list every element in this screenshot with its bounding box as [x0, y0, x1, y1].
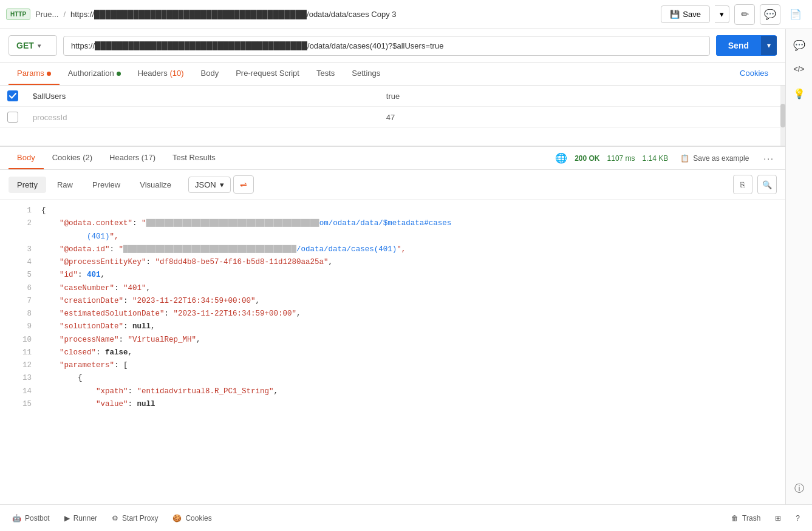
tab-params[interactable]: Params [9, 63, 60, 85]
request-name[interactable]: Prue... [35, 10, 58, 19]
runner-button[interactable]: ▶ Runner [64, 514, 97, 523]
json-line-14: 14 "xpath": "entidadvirtual8.R_PC1_Strin… [0, 385, 785, 398]
json-line-3: 3 "@odata.id": "████████████████████████… [0, 243, 785, 256]
send-dropdown-button[interactable]: ▾ [761, 36, 777, 55]
search-button[interactable]: 🔍 [757, 175, 777, 194]
rtab-headers[interactable]: Headers (17) [101, 147, 164, 169]
response-size: 1.14 KB [643, 154, 669, 163]
save-example-label: Save as example [693, 154, 749, 163]
postbot-button[interactable]: 🤖 Postbot [12, 514, 50, 523]
left-panel: GET ▾ Send ▾ Params Authorization Header… [0, 29, 785, 504]
wrap-button[interactable]: ⇌ [233, 175, 254, 194]
json-line-6: 6 "caseNumber": "401", [0, 282, 785, 295]
http-badge: HTTP [6, 8, 30, 20]
bottom-bar: 🤖 Postbot ▶ Runner ⚙ Start Proxy 🍪 Cooki… [0, 504, 812, 531]
save-dropdown-button[interactable]: ▾ [715, 5, 729, 23]
json-line-2b: (401)", [0, 231, 785, 243]
top-icons: ✏ 💬 📄 [734, 4, 806, 25]
format-select[interactable]: JSON ▾ [188, 177, 231, 193]
save-example-button[interactable]: 📋 Save as example [675, 152, 754, 165]
postbot-label: Postbot [25, 514, 50, 523]
param-row-2: processId 47 [0, 107, 785, 128]
response-tabs-bar: Body Cookies (2) Headers (17) Test Resul… [0, 146, 785, 170]
json-line-13: 13 { [0, 372, 785, 385]
param-1-key[interactable]: $allUsers [33, 92, 66, 101]
edit-button[interactable]: ✏ [734, 4, 755, 25]
sidebar-comment-icon[interactable]: 💬 [788, 34, 810, 56]
help-icon: ? [796, 514, 800, 523]
param-1-checkbox[interactable] [7, 90, 18, 101]
param-row-1: $allUsers true [0, 86, 785, 107]
breadcrumb-separator: / [63, 10, 66, 19]
view-tab-visualize[interactable]: Visualize [131, 177, 180, 193]
tab-settings[interactable]: Settings [343, 63, 389, 85]
main-content: GET ▾ Send ▾ Params Authorization Header… [0, 29, 812, 504]
json-line-9: 9 "solutionDate": null, [0, 320, 785, 333]
url-bar: GET ▾ Send ▾ [0, 29, 785, 63]
runner-label: Runner [73, 514, 97, 523]
tab-authorization[interactable]: Authorization [60, 63, 129, 85]
view-icons: ⎘ 🔍 [733, 175, 777, 194]
runner-icon: ▶ [64, 514, 70, 523]
tab-headers[interactable]: Headers (10) [129, 63, 193, 85]
tab-body[interactable]: Body [193, 63, 228, 85]
view-tabs-bar: Pretty Raw Preview Visualize JSON ▾ ⇌ ⎘ … [0, 170, 785, 200]
param-2-key[interactable]: processId [33, 113, 67, 122]
response-status: 200 OK [575, 154, 599, 163]
more-options-button[interactable]: ··· [761, 151, 777, 166]
save-icon: 💾 [670, 10, 680, 19]
param-2-value[interactable]: 47 [386, 113, 395, 122]
expand-button[interactable]: ⊞ [775, 514, 781, 523]
json-line-15: 15 "value": null [0, 398, 785, 411]
doc-button[interactable]: 📄 [785, 4, 806, 25]
tab-prerequest[interactable]: Pre-request Script [227, 63, 308, 85]
param-2-checkbox[interactable] [7, 112, 18, 123]
json-line-8: 8 "estimatedSolutionDate": "2023-11-22T1… [0, 308, 785, 320]
cookies-bottom-label: Cookies [185, 514, 211, 523]
view-tab-preview[interactable]: Preview [84, 177, 129, 193]
auth-dot [117, 72, 121, 76]
view-tab-pretty[interactable]: Pretty [9, 177, 46, 193]
param-1-value[interactable]: true [386, 92, 400, 101]
trash-button[interactable]: 🗑 Trash [731, 514, 760, 523]
right-sidebar: 💬 </> 💡 ⓘ [785, 29, 812, 504]
request-tabs-bar: Params Authorization Headers (10) Body P… [0, 63, 785, 86]
rtab-test-results[interactable]: Test Results [164, 147, 224, 169]
json-line-4: 4 "@processEntityKey": "df8dd4b8-be57-4f… [0, 256, 785, 269]
json-line-12: 12 "parameters": [ [0, 359, 785, 372]
breadcrumb: HTTP Prue... / https://█████████████████… [6, 8, 656, 20]
params-table: $allUsers true processId 47 [0, 86, 785, 128]
rtab-body[interactable]: Body [9, 147, 44, 169]
cookies-icon: 🍪 [172, 514, 182, 523]
url-input[interactable] [63, 36, 710, 56]
trash-icon: 🗑 [731, 514, 739, 523]
cookies-bottom-button[interactable]: 🍪 Cookies [172, 514, 211, 523]
format-chevron-icon: ▾ [220, 180, 224, 189]
top-bar: HTTP Prue... / https://█████████████████… [0, 0, 812, 29]
json-line-11: 11 "closed": false, [0, 347, 785, 359]
sidebar-code-icon[interactable]: </> [788, 58, 810, 80]
comment-button[interactable]: 💬 [760, 4, 780, 25]
send-button[interactable]: Send [716, 35, 761, 56]
json-output[interactable]: 1 { 2 "@odata.context": "███████████████… [0, 200, 785, 504]
help-button[interactable]: ? [796, 514, 800, 523]
sidebar-info-icon[interactable]: ⓘ [788, 478, 810, 499]
json-line-7: 7 "creationDate": "2023-11-22T16:34:59+0… [0, 295, 785, 308]
method-select[interactable]: GET ▾ [9, 35, 57, 56]
view-tab-raw[interactable]: Raw [49, 177, 81, 193]
sidebar-bulb-icon[interactable]: 💡 [788, 83, 810, 104]
save-label: Save [683, 10, 701, 19]
json-line-2: 2 "@odata.context": "███████████████████… [0, 217, 785, 230]
rtab-cookies[interactable]: Cookies (2) [44, 147, 101, 169]
params-dot [47, 72, 51, 76]
tab-cookies[interactable]: Cookies [731, 63, 777, 85]
json-line-1: 1 { [0, 205, 785, 217]
tab-tests[interactable]: Tests [308, 63, 343, 85]
start-proxy-button[interactable]: ⚙ Start Proxy [112, 514, 158, 523]
globe-icon: 🌐 [555, 152, 567, 164]
json-line-5: 5 "id": 401, [0, 269, 785, 282]
expand-icon: ⊞ [775, 514, 781, 523]
copy-button[interactable]: ⎘ [733, 175, 752, 194]
save-button[interactable]: 💾 Save [661, 5, 710, 23]
method-label: GET [16, 41, 34, 50]
